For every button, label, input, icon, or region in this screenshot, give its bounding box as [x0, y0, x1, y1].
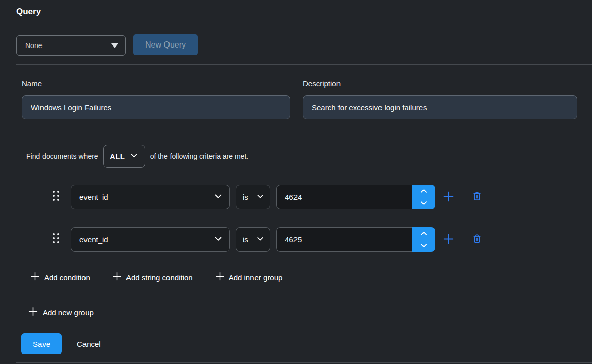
add-new-group-button[interactable]: Add new group	[28, 306, 94, 318]
delete-row-button[interactable]	[470, 185, 484, 209]
stepper-up-button[interactable]	[412, 227, 435, 240]
chevron-down-icon	[214, 192, 223, 202]
cancel-button[interactable]: Cancel	[77, 333, 101, 354]
save-button[interactable]: Save	[21, 333, 62, 354]
stepper-down-button[interactable]	[412, 197, 435, 210]
value-field-group	[276, 185, 435, 209]
field-select[interactable]: event_id	[71, 227, 230, 252]
drag-handle-icon[interactable]	[53, 233, 59, 245]
add-row-button[interactable]	[441, 227, 455, 252]
match-type-select[interactable]: ALL	[103, 145, 145, 168]
add-inner-group-label: Add inner group	[229, 273, 283, 282]
description-input[interactable]	[303, 95, 577, 119]
add-string-condition-label: Add string condition	[126, 273, 193, 282]
plus-icon	[112, 271, 122, 283]
saved-query-select[interactable]: None	[16, 35, 126, 56]
plus-icon	[30, 271, 40, 283]
value-field-group	[276, 227, 435, 252]
value-input[interactable]	[276, 227, 412, 252]
caret-down-icon	[111, 43, 118, 48]
saved-query-select-value: None	[25, 41, 42, 50]
drag-handle-icon[interactable]	[53, 191, 59, 203]
page-title: Query	[16, 7, 41, 17]
stepper-up-button[interactable]	[412, 185, 435, 197]
operator-select[interactable]: is	[236, 185, 270, 209]
plus-icon	[442, 190, 455, 204]
add-links-row: Add condition Add string condition Add i…	[30, 270, 282, 284]
number-stepper	[412, 227, 435, 252]
number-stepper	[412, 185, 435, 209]
new-query-button[interactable]: New Query	[133, 34, 198, 55]
top-divider	[16, 64, 592, 65]
add-condition-label: Add condition	[44, 273, 90, 282]
operator-select-value: is	[243, 193, 248, 201]
trash-icon	[472, 191, 482, 203]
stepper-down-button[interactable]	[412, 240, 435, 252]
condition-row: event_id is	[0, 227, 592, 252]
delete-row-button[interactable]	[470, 227, 484, 252]
description-label: Description	[303, 79, 341, 88]
plus-icon	[28, 306, 38, 318]
match-prefix-text: Find documents where	[26, 152, 98, 160]
chevron-down-icon	[130, 151, 138, 161]
add-string-condition-button[interactable]: Add string condition	[112, 271, 193, 283]
operator-select-value: is	[243, 235, 248, 244]
value-input[interactable]	[276, 185, 412, 209]
trash-icon	[472, 233, 482, 246]
match-suffix-text: of the following criteria are met.	[150, 152, 249, 160]
add-new-group-label: Add new group	[43, 308, 94, 317]
bottom-divider	[16, 362, 592, 363]
match-row: Find documents where ALL of the followin…	[26, 144, 248, 168]
name-input[interactable]	[22, 95, 290, 119]
chevron-down-icon	[256, 192, 264, 202]
field-select-value: event_id	[79, 235, 108, 244]
add-condition-button[interactable]: Add condition	[30, 271, 90, 283]
field-select[interactable]: event_id	[71, 185, 230, 209]
add-inner-group-button[interactable]: Add inner group	[215, 271, 283, 283]
chevron-down-icon	[256, 235, 264, 244]
chevron-down-icon	[214, 234, 223, 245]
query-panel: Query None New Query Name Description Fi…	[0, 0, 592, 364]
field-select-value: event_id	[79, 193, 108, 201]
name-label: Name	[22, 79, 42, 88]
match-type-value: ALL	[110, 152, 125, 161]
add-row-button[interactable]	[441, 185, 455, 209]
plus-icon	[442, 233, 455, 247]
condition-row: event_id is	[0, 185, 592, 209]
plus-icon	[215, 271, 225, 283]
operator-select[interactable]: is	[236, 227, 270, 252]
